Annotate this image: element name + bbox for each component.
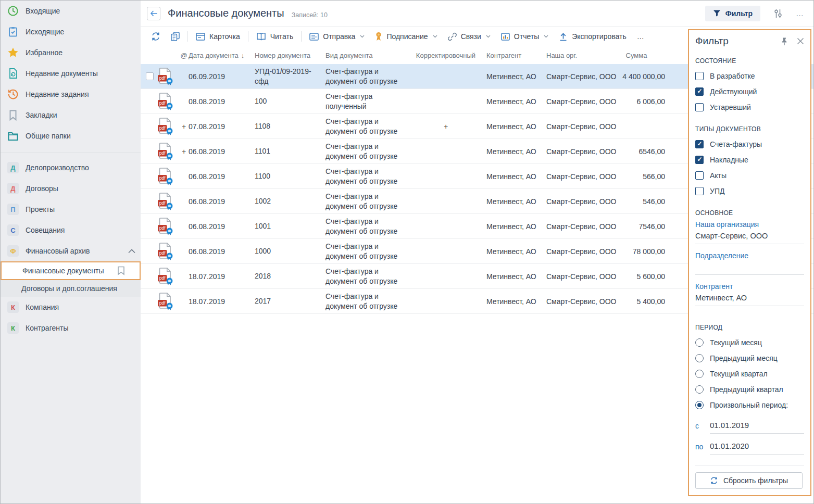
pdf-document-icon: pdf	[156, 142, 179, 161]
column-header-our-org[interactable]: Наша орг.	[540, 52, 608, 59]
period-radio-option[interactable]: Предыдущий квартал	[695, 382, 804, 397]
sidebar-item-inbox[interactable]: Входящие	[1, 1, 141, 21]
doc-type-checkbox-option[interactable]: Накладные	[695, 152, 804, 168]
period-radio-option[interactable]: Текущий квартал	[695, 366, 804, 382]
app-window: Входящие Исходящие Избранное Недавние до…	[0, 0, 814, 504]
sidebar-item-recent-documents[interactable]: Недавние документы	[1, 63, 141, 84]
doc-type-options: Счета-фактуры Накладные Акты УПД	[695, 136, 804, 199]
refresh-button[interactable]	[146, 29, 166, 44]
svg-text:pdf: pdf	[159, 200, 166, 206]
signing-button[interactable]: Подписание	[370, 29, 442, 44]
bookmark-icon[interactable]	[117, 266, 125, 275]
chevron-up-icon[interactable]	[128, 247, 135, 255]
date-to-input[interactable]: 01.01.2020	[710, 441, 804, 455]
radio-label: Текущий квартал	[710, 370, 768, 378]
read-button[interactable]: Читать	[251, 29, 299, 44]
sidebar-item-financial-documents[interactable]: Финансовые документы	[1, 261, 141, 280]
lookup-field-value[interactable]: Смарт-Сервис, ООО	[695, 231, 804, 244]
state-checkbox-option[interactable]: В разработке	[695, 68, 804, 84]
export-up-arrow-icon	[559, 32, 568, 41]
sidebar-item-favorites[interactable]: Избранное	[1, 42, 141, 63]
cell-sum: 4 400 000,00	[608, 72, 665, 81]
section-label-main: ОСНОВНОЕ	[695, 209, 804, 217]
sidebar-item-counterparties[interactable]: К Контрагенты	[1, 318, 141, 338]
back-button[interactable]	[147, 7, 160, 20]
lookup-field: Контрагент Метинвест, АО	[695, 282, 804, 306]
lookup-field-label[interactable]: Подразделение	[695, 251, 804, 260]
sidebar-item-records-management[interactable]: Д Делопроизводство	[1, 157, 141, 178]
reset-filters-button[interactable]: Сбросить фильтры	[695, 472, 803, 489]
sidebar-item-company[interactable]: К Компания	[1, 297, 141, 318]
more-actions-icon[interactable]: …	[796, 9, 804, 18]
radio-label: Предыдущий месяц	[710, 354, 778, 362]
copy-button[interactable]	[166, 29, 185, 44]
sidebar-item-recent-tasks[interactable]: Недавние задания	[1, 84, 141, 105]
checkbox-label: В разработке	[710, 72, 755, 80]
cell-sum: 546,00	[608, 197, 665, 206]
period-radio-option[interactable]: Текущий месяц	[695, 335, 804, 350]
column-header-date[interactable]: Дата документа ↓	[189, 52, 255, 59]
sidebar-item-meetings[interactable]: С Совещания	[1, 220, 141, 241]
column-header-attachment[interactable]: @	[179, 52, 189, 59]
cell-corrective: +	[411, 122, 480, 131]
sidebar-divider	[1, 153, 141, 153]
sidebar-item-contracts[interactable]: Д Договоры	[1, 178, 141, 199]
card-button-label: Карточка	[209, 32, 240, 41]
cell-sum: 566,00	[608, 172, 665, 181]
checkbox-icon	[695, 171, 704, 180]
date-from-input[interactable]: 01.01.2019	[710, 420, 804, 434]
send-button[interactable]: Отправка	[304, 29, 370, 44]
close-icon[interactable]	[797, 37, 804, 45]
toolbar-divider	[301, 31, 302, 42]
svg-text:pdf: pdf	[159, 75, 166, 81]
sidebar-item-label: Общие папки	[26, 132, 71, 140]
lookup-field-value[interactable]: Метинвест, АО	[695, 293, 804, 306]
toolbar-more-icon[interactable]: …	[632, 29, 650, 44]
column-header-sum[interactable]: Сумма	[608, 52, 665, 59]
radio-icon	[695, 401, 704, 409]
card-button[interactable]: Карточка	[191, 29, 245, 44]
column-header-corrective[interactable]: Корректировочный	[411, 52, 480, 59]
state-checkbox-option[interactable]: Устаревший	[695, 99, 804, 115]
filter-button[interactable]: Фильтр	[705, 6, 760, 21]
lookup-field: Наша организация Смарт-Сервис, ООО	[695, 220, 804, 244]
cell-counterparty: Метинвест, АО	[480, 272, 540, 281]
export-button[interactable]: Экспортировать	[554, 29, 631, 44]
column-header-doc-type[interactable]: Вид документа	[325, 52, 411, 59]
cell-doc-type: Счет-фактура и документ об отгрузке	[325, 67, 411, 86]
sidebar-item-financial-archive[interactable]: Ф Финансовый архив	[1, 241, 141, 261]
page-title: Финансовые документы	[168, 7, 284, 19]
doc-type-checkbox-option[interactable]: УПД	[695, 183, 804, 199]
date-from-field: с 01.01.2019	[695, 420, 804, 434]
cell-date: 07.08.2019	[189, 122, 255, 131]
lookup-field-label[interactable]: Контрагент	[695, 282, 804, 291]
sidebar-item-outbox[interactable]: Исходящие	[1, 21, 141, 42]
lookup-field-value[interactable]	[695, 262, 804, 275]
bar-chart-icon	[501, 33, 510, 41]
checkbox-label: Накладные	[710, 156, 748, 164]
row-checkbox[interactable]	[146, 72, 154, 80]
state-options: В разработке Действующий Устаревший	[695, 68, 804, 115]
links-button[interactable]: Связи	[443, 29, 496, 44]
period-radio-option[interactable]: Произвольный период:	[695, 397, 804, 413]
column-header-number[interactable]: Номер документа	[255, 52, 325, 59]
svg-text:pdf: pdf	[159, 150, 166, 156]
pin-icon[interactable]	[780, 37, 788, 46]
sidebar-item-shared-folders[interactable]: Общие папки	[1, 125, 141, 146]
chevron-down-icon	[433, 35, 437, 38]
period-radio-option[interactable]: Предыдущий месяц	[695, 350, 804, 366]
folder-icon	[7, 130, 19, 142]
column-header-counterparty[interactable]: Контрагент	[480, 52, 540, 59]
sidebar-item-contracts-and-addendums[interactable]: Договоры и доп.соглашения	[1, 280, 141, 297]
state-checkbox-option[interactable]: Действующий	[695, 84, 804, 99]
sidebar-item-bookmarks[interactable]: Закладки	[1, 105, 141, 125]
reports-button[interactable]: Отчеты	[496, 29, 554, 44]
period-options: Текущий месяц Предыдущий месяц Текущий к…	[695, 335, 804, 413]
lookup-field-label[interactable]: Наша организация	[695, 220, 804, 229]
doc-type-checkbox-option[interactable]: Счета-фактуры	[695, 136, 804, 152]
refresh-icon	[710, 476, 718, 485]
sidebar-item-projects[interactable]: П Проекты	[1, 199, 141, 220]
view-settings-icon[interactable]	[773, 8, 783, 19]
doc-type-checkbox-option[interactable]: Акты	[695, 168, 804, 183]
svg-text:pdf: pdf	[159, 175, 166, 181]
